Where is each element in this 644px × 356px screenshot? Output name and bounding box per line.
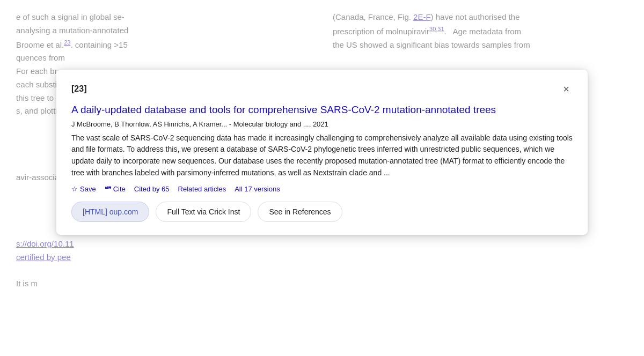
- cited-by-link[interactable]: Cited by 65: [134, 185, 170, 193]
- all-versions-link[interactable]: All 17 versions: [235, 185, 280, 193]
- article-authors: J McBroome, B Thornlow, AS Hinrichs, A K…: [71, 120, 573, 128]
- reference-modal: [23] × A daily-updated database and tool…: [56, 70, 588, 235]
- star-icon: [71, 185, 78, 193]
- modal-buttons: [HTML] oup.com Full Text via Crick Inst …: [71, 202, 573, 222]
- action-bar: Save ❝❞ Cite Cited by 65 Related article…: [71, 185, 573, 193]
- fulltext-button[interactable]: Full Text via Crick Inst: [156, 202, 251, 222]
- modal-header: [23] ×: [71, 83, 573, 95]
- article-title[interactable]: A daily-updated database and tools for c…: [71, 103, 573, 117]
- see-references-button[interactable]: See in References: [258, 202, 342, 222]
- ref-number: [23]: [71, 84, 86, 94]
- cite-button[interactable]: ❝❞ Cite: [105, 185, 126, 193]
- html-button[interactable]: [HTML] oup.com: [71, 202, 149, 222]
- article-abstract: The vast scale of SARS-CoV-2 sequencing …: [71, 132, 573, 179]
- save-button[interactable]: Save: [71, 185, 96, 193]
- close-button[interactable]: ×: [560, 83, 573, 95]
- cite-icon: ❝❞: [105, 186, 111, 193]
- related-articles-link[interactable]: Related articles: [178, 185, 226, 193]
